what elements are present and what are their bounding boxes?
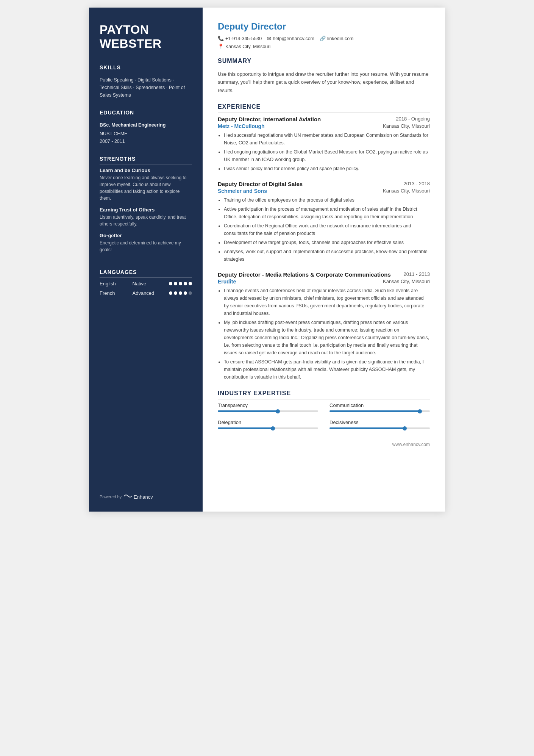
exp-company-row-3: Erudite Kansas City, Missouri xyxy=(218,279,430,285)
exp-bullet: My job includes drafting post-event pres… xyxy=(224,319,430,357)
exp-bullet: Active participation in the process of m… xyxy=(224,205,430,221)
exp-dates-2: 2013 - 2018 xyxy=(404,181,430,186)
exp-bullet: I led ongoing negotiations on the Global… xyxy=(224,148,430,163)
lang-name-french: French xyxy=(100,290,124,296)
exp-bullet: I manage events and conferences held at … xyxy=(224,287,430,317)
strengths-title: STRENGTHS xyxy=(100,156,192,164)
exp-company-1: Metz - McCullough xyxy=(218,123,265,129)
dot xyxy=(189,282,192,285)
dot xyxy=(174,282,177,285)
experience-section: EXPERIENCE Deputy Director, Internationa… xyxy=(218,103,430,381)
progress-bar-bg-decisiveness xyxy=(329,427,430,429)
phone-icon: 📞 xyxy=(218,36,224,41)
expertise-label-transparency: Transparency xyxy=(218,402,318,408)
lang-level-english: Native xyxy=(133,281,161,286)
exp-title-1: Deputy Director, International Aviation xyxy=(218,116,321,122)
contact-linkedin: 🔗 linkedin.com xyxy=(320,36,353,41)
enhancv-logo: Enhancv xyxy=(124,493,153,500)
expertise-item-delegation: Delegation xyxy=(218,419,318,429)
strength-item-2: Earning Trust of Others Listen attentive… xyxy=(100,207,192,227)
experience-title: EXPERIENCE xyxy=(218,103,430,113)
expertise-label-decisiveness: Decisiveness xyxy=(329,419,430,425)
exp-bullet: Analyses, work out, support and implemen… xyxy=(224,248,430,263)
exp-company-row-2: Schmeler and Sons Kansas City, Missouri xyxy=(218,188,430,194)
exp-dates-3: 2011 - 2013 xyxy=(404,271,430,277)
expertise-label-delegation: Delegation xyxy=(218,419,318,425)
strength-item-3: Go-getter Energetic and determined to ac… xyxy=(100,233,192,253)
dot xyxy=(174,291,177,295)
dot xyxy=(184,282,187,285)
main-footer: www.enhancv.com xyxy=(218,438,430,447)
strength-title-1: Learn and be Curious xyxy=(100,167,192,173)
exp-item-1: Deputy Director, International Aviation … xyxy=(218,116,430,172)
candidate-name: PAYTON WEBSTER xyxy=(100,23,192,51)
strength-title-3: Go-getter xyxy=(100,233,192,238)
progress-bar-bg-communication xyxy=(329,410,430,412)
summary-section: SUMMARY Use this opportunity to intrigue… xyxy=(218,58,430,94)
exp-bullets-2: Training of the office employees on the … xyxy=(218,196,430,263)
exp-item-3: Deputy Director - Media Relations & Corp… xyxy=(218,271,430,381)
exp-header-2: Deputy Director of Digital Sales 2013 - … xyxy=(218,181,430,187)
strength-desc-3: Energetic and determined to achieve my g… xyxy=(100,239,192,253)
dot xyxy=(179,291,182,295)
lang-name-english: English xyxy=(100,281,124,286)
summary-title: SUMMARY xyxy=(218,58,430,67)
lang-dots-english xyxy=(169,282,192,285)
contact-email: ✉ help@enhancv.com xyxy=(267,36,314,41)
dot xyxy=(169,291,172,295)
exp-title-2: Deputy Director of Digital Sales xyxy=(218,181,303,187)
exp-header-3: Deputy Director - Media Relations & Corp… xyxy=(218,271,430,278)
exp-location-3: Kansas City, Missouri xyxy=(383,279,430,285)
skills-content: Public Speaking · Digital Solutions · Te… xyxy=(100,76,192,99)
exp-bullet: I led successful negotiations with UN me… xyxy=(224,131,430,147)
strength-title-2: Earning Trust of Others xyxy=(100,207,192,213)
email-icon: ✉ xyxy=(267,36,271,41)
exp-bullet: I was senior policy lead for drones poli… xyxy=(224,165,430,172)
strengths-section: STRENGTHS Learn and be Curious Never don… xyxy=(100,156,192,258)
enhancv-brand-name: Enhancv xyxy=(134,494,153,500)
exp-bullet: Training of the office employees on the … xyxy=(224,196,430,204)
website-url: www.enhancv.com xyxy=(392,442,430,447)
exp-item-2: Deputy Director of Digital Sales 2013 - … xyxy=(218,181,430,263)
expertise-grid: Transparency Communication Delegation xyxy=(218,402,430,429)
powered-by-label: Powered by xyxy=(100,495,122,499)
education-institution: NUST CEME xyxy=(100,130,192,138)
progress-bar-fill-transparency xyxy=(218,410,278,412)
exp-bullets-1: I led successful negotiations with UN me… xyxy=(218,131,430,172)
dot xyxy=(189,291,192,295)
exp-bullet: Coordination of the Regional Office work… xyxy=(224,222,430,237)
lang-level-french: Advanced xyxy=(133,290,161,296)
industry-expertise-section: INDUSTRY EXPERTISE Transparency Communic… xyxy=(218,390,430,429)
exp-location-2: Kansas City, Missouri xyxy=(383,188,430,194)
expertise-label-communication: Communication xyxy=(329,402,430,408)
exp-title-3: Deputy Director - Media Relations & Corp… xyxy=(218,271,391,278)
progress-bar-bg-transparency xyxy=(218,410,318,412)
industry-expertise-title: INDUSTRY EXPERTISE xyxy=(218,390,430,399)
education-degree: BSc. Mechanical Engineering xyxy=(100,121,192,129)
progress-bar-fill-decisiveness xyxy=(329,427,405,429)
dot xyxy=(184,291,187,295)
exp-bullet: To ensure that ASSOCHAM gets pan-India v… xyxy=(224,358,430,381)
exp-company-row-1: Metz - McCullough Kansas City, Missouri xyxy=(218,123,430,129)
sidebar-footer: Powered by Enhancv xyxy=(100,486,192,500)
strength-desc-2: Listen attentively, speak candidly, and … xyxy=(100,214,192,227)
education-years: 2007 - 2011 xyxy=(100,138,192,145)
exp-header-1: Deputy Director, International Aviation … xyxy=(218,116,430,122)
summary-text: Use this opportunity to intrigue and dra… xyxy=(218,70,430,94)
exp-company-2: Schmeler and Sons xyxy=(218,188,267,194)
job-title: Deputy Director xyxy=(218,21,430,32)
contact-row: 📞 +1-914-345-5530 ✉ help@enhancv.com 🔗 l… xyxy=(218,36,430,41)
progress-bar-fill-communication xyxy=(329,410,420,412)
main-content: Deputy Director 📞 +1-914-345-5530 ✉ help… xyxy=(203,8,445,512)
contact-location: 📍 Kansas City, Missouri xyxy=(218,44,430,49)
expertise-item-transparency: Transparency xyxy=(218,402,318,412)
language-row-english: English Native xyxy=(100,281,192,286)
exp-company-3: Erudite xyxy=(218,279,236,285)
resume-container: PAYTON WEBSTER SKILLS Public Speaking · … xyxy=(89,8,445,512)
languages-title: LANGUAGES xyxy=(100,269,192,278)
linkedin-icon: 🔗 xyxy=(320,36,326,41)
education-title: EDUCATION xyxy=(100,110,192,118)
lang-dots-french xyxy=(169,291,192,295)
exp-dates-1: 2018 - Ongoing xyxy=(396,116,430,122)
exp-bullets-3: I manage events and conferences held at … xyxy=(218,287,430,381)
